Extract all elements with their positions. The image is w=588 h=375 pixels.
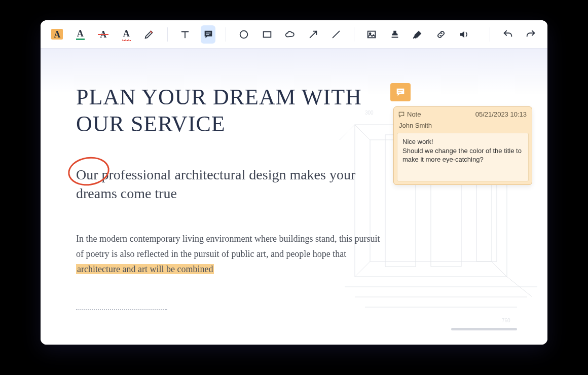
signature-tool-button[interactable] xyxy=(411,25,426,44)
toolbar-divider xyxy=(354,27,354,42)
image-icon xyxy=(366,29,377,40)
underline-text-button[interactable]: A xyxy=(73,25,88,44)
underline-a-icon: A xyxy=(76,29,85,40)
undo-button[interactable] xyxy=(500,25,516,44)
note-popup[interactable]: Note 05/21/2023 10:13 John Smith Nice wo… xyxy=(393,106,532,185)
squiggly-underline-button[interactable]: A xyxy=(119,25,134,44)
svg-rect-0 xyxy=(206,32,210,33)
toolbar-divider xyxy=(226,27,226,42)
freehand-draw-button[interactable] xyxy=(142,25,157,44)
audio-tool-button[interactable] xyxy=(457,25,472,44)
note-header: Note 05/21/2023 10:13 xyxy=(394,107,532,121)
cloud-shape-button[interactable] xyxy=(282,25,298,44)
note-timestamp: 05/21/2023 10:13 xyxy=(475,110,527,119)
note-comment-button[interactable] xyxy=(201,25,216,44)
note-body[interactable]: Nice work! Should we change the color of… xyxy=(397,133,529,181)
speaker-icon xyxy=(458,29,469,40)
pen-icon xyxy=(144,29,155,40)
circle-icon xyxy=(238,29,249,40)
redo-icon xyxy=(525,29,536,40)
svg-rect-16 xyxy=(398,92,401,92)
scroll-indicator xyxy=(451,328,517,330)
note-marker[interactable] xyxy=(390,83,411,101)
note-marker-icon xyxy=(395,87,406,98)
note-popup-icon xyxy=(398,111,405,118)
redo-button[interactable] xyxy=(524,25,539,44)
text-tool-button[interactable] xyxy=(177,25,193,44)
document-title[interactable]: PLAN YOUR DREAM WITH OUR SERVICE xyxy=(76,84,400,138)
body-text: In the modern contemporary living enviro… xyxy=(76,234,380,259)
editor-window: A A A A xyxy=(41,20,547,345)
highlight-a-icon: A xyxy=(51,29,63,40)
document-body[interactable]: In the modern contemporary living enviro… xyxy=(76,232,385,277)
text-t-icon xyxy=(179,29,191,40)
document-canvas[interactable]: 300 500 700 760 PLAN YOUR DREAM WITH OUR… xyxy=(41,49,547,345)
page-separator xyxy=(76,309,167,310)
cloud-icon xyxy=(284,29,296,40)
squiggle-a-icon: A xyxy=(123,29,130,40)
undo-icon xyxy=(502,29,513,40)
annotation-toolbar: A A A A xyxy=(41,20,547,49)
line-tool-button[interactable] xyxy=(328,25,344,44)
link-icon xyxy=(435,29,447,40)
link-tool-button[interactable] xyxy=(433,25,449,44)
svg-rect-3 xyxy=(263,31,271,37)
svg-point-2 xyxy=(240,30,248,38)
document-subtitle[interactable]: Our professional architectural design ma… xyxy=(76,165,375,204)
note-author: John Smith xyxy=(394,121,532,133)
subtitle-text: Our professional architectural design ma… xyxy=(76,167,355,202)
toolbar-divider xyxy=(490,27,490,42)
arrow-tool-button[interactable] xyxy=(306,25,321,44)
line-icon xyxy=(330,29,342,40)
circle-shape-button[interactable] xyxy=(236,25,251,44)
svg-text:760: 760 xyxy=(502,318,510,323)
svg-rect-4 xyxy=(368,31,376,38)
image-tool-button[interactable] xyxy=(364,25,380,44)
highlight-annotation[interactable]: architecture and art will be combined xyxy=(76,264,214,274)
rectangle-icon xyxy=(262,29,273,40)
rectangle-shape-button[interactable] xyxy=(260,25,275,44)
comment-icon xyxy=(203,29,214,40)
note-line: Nice work! xyxy=(402,137,523,146)
signature-icon xyxy=(412,29,423,40)
highlight-text-button[interactable]: A xyxy=(50,25,65,44)
stamp-icon xyxy=(389,29,400,40)
note-line: Should we change the color of the title … xyxy=(402,146,523,164)
stamp-tool-button[interactable] xyxy=(387,25,402,44)
strikethrough-text-button[interactable]: A xyxy=(96,25,111,44)
note-label: Note xyxy=(407,110,421,119)
svg-rect-15 xyxy=(398,90,402,91)
toolbar-divider xyxy=(167,27,168,42)
strike-a-icon: A xyxy=(99,30,107,39)
svg-rect-1 xyxy=(206,34,209,34)
arrow-icon xyxy=(308,29,319,40)
